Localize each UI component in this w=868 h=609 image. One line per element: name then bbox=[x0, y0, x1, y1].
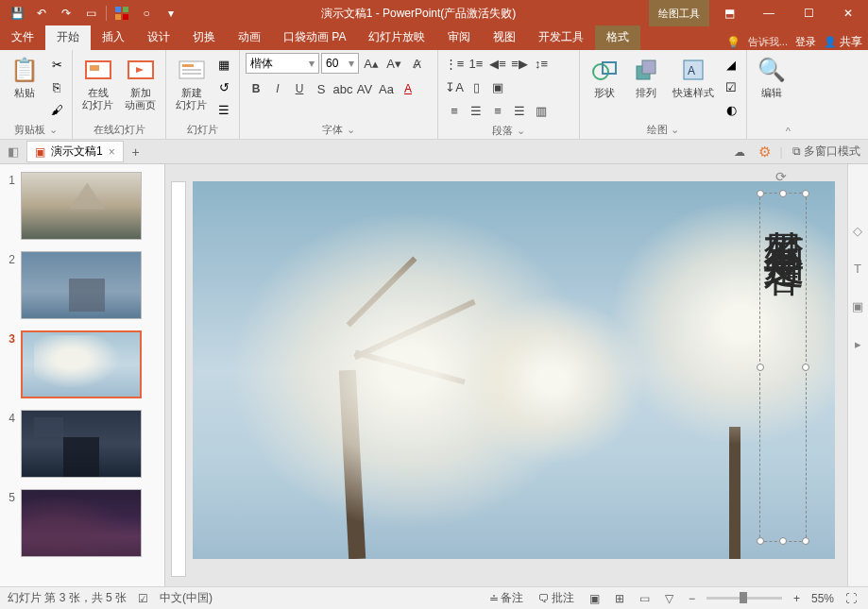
tell-me[interactable]: 告诉我... bbox=[748, 35, 788, 49]
quick-style-button[interactable]: A 快速样式 bbox=[669, 53, 718, 122]
shape-effects-icon[interactable]: ◐ bbox=[722, 101, 740, 120]
minimize-icon[interactable]: — bbox=[749, 0, 789, 26]
shadow-icon[interactable]: abc bbox=[332, 78, 353, 99]
resize-handle[interactable] bbox=[802, 190, 809, 197]
shapes-button[interactable]: 形状 bbox=[586, 53, 623, 122]
columns-icon[interactable]: ▥ bbox=[531, 100, 552, 121]
paragraph-group[interactable]: 段落 bbox=[444, 123, 573, 139]
thumbnail-3[interactable]: 3 bbox=[4, 330, 161, 398]
maximize-icon[interactable]: ☐ bbox=[789, 0, 828, 26]
resize-handle[interactable] bbox=[802, 537, 809, 545]
comments-button[interactable]: 🗨 批注 bbox=[535, 590, 578, 606]
align-left-icon[interactable]: ≡ bbox=[444, 100, 465, 121]
menu-home[interactable]: 开始 bbox=[45, 25, 91, 50]
smartart-icon[interactable]: ▣ bbox=[487, 76, 508, 97]
numbering-icon[interactable]: 1≡ bbox=[466, 53, 486, 74]
cut-icon[interactable]: ✂ bbox=[47, 55, 66, 74]
fit-window-icon[interactable]: ⛶ bbox=[842, 592, 860, 605]
menu-animation[interactable]: 动画 bbox=[227, 25, 272, 50]
menu-slideshow[interactable]: 幻灯片放映 bbox=[357, 25, 436, 50]
add-tab-icon[interactable]: + bbox=[128, 144, 145, 161]
underline-icon[interactable]: U bbox=[289, 78, 310, 99]
bullets-icon[interactable]: ⋮≡ bbox=[444, 53, 465, 74]
edit-button[interactable]: 🔍 编辑 bbox=[753, 53, 791, 125]
format-painter-icon[interactable]: 🖌 bbox=[47, 101, 66, 120]
menu-format[interactable]: 格式 bbox=[595, 25, 640, 50]
slide-counter[interactable]: 幻灯片 第 3 张，共 5 张 bbox=[8, 590, 127, 606]
align-center-icon[interactable]: ☰ bbox=[466, 100, 486, 121]
menu-view[interactable]: 视图 bbox=[482, 25, 527, 50]
language-label[interactable]: 中文(中国) bbox=[160, 590, 213, 606]
new-slide-button[interactable]: 新建 幻灯片 bbox=[172, 53, 211, 122]
sp-collapse-icon[interactable]: ▸ bbox=[848, 334, 867, 353]
section-icon[interactable]: ☰ bbox=[214, 101, 233, 120]
ribbon-collapse-icon[interactable]: ^ bbox=[753, 125, 791, 138]
share-button[interactable]: 👤 共享 bbox=[824, 34, 862, 50]
align-right-icon[interactable]: ≡ bbox=[487, 100, 508, 121]
resize-handle[interactable] bbox=[757, 537, 764, 545]
zoom-slider[interactable] bbox=[706, 597, 782, 600]
new-anim-button[interactable]: 新加 动画页 bbox=[121, 53, 160, 122]
menu-design[interactable]: 设计 bbox=[136, 25, 181, 50]
menu-transition[interactable]: 切换 bbox=[181, 25, 227, 50]
align-text-icon[interactable]: ▯ bbox=[466, 76, 486, 97]
zoom-level[interactable]: 55% bbox=[811, 592, 834, 605]
text-box[interactable]: ⟳ 梦里不知身是客 bbox=[759, 193, 807, 542]
circle-icon[interactable]: ○ bbox=[135, 2, 158, 25]
clipboard-group-label[interactable]: 剪贴板 bbox=[6, 122, 66, 138]
font-size-input[interactable]: 60▾ bbox=[321, 53, 359, 74]
strikethrough-icon[interactable]: S bbox=[311, 78, 332, 99]
redo-icon[interactable]: ↷ bbox=[55, 2, 77, 25]
thumbnail-2[interactable]: 2 bbox=[4, 251, 161, 319]
slideshow-from-start-icon[interactable]: ▭ bbox=[79, 2, 102, 25]
line-spacing-icon[interactable]: ↕≡ bbox=[531, 53, 552, 74]
sp-format-icon[interactable]: ◇ bbox=[848, 221, 867, 240]
thumbnail-5[interactable]: 5 bbox=[4, 489, 161, 557]
resize-handle[interactable] bbox=[757, 364, 764, 371]
sp-textbox-icon[interactable]: T bbox=[848, 259, 867, 278]
multi-window-button[interactable]: ⧉ 多窗口模式 bbox=[789, 142, 864, 161]
clear-format-icon[interactable]: A̷ bbox=[406, 53, 427, 74]
slideshow-view-icon[interactable]: ▽ bbox=[661, 592, 677, 605]
login-button[interactable]: 登录 bbox=[795, 35, 816, 49]
spell-check-icon[interactable]: ☑ bbox=[138, 592, 148, 605]
dropdown-icon[interactable]: ▾ bbox=[160, 2, 182, 25]
resize-handle[interactable] bbox=[779, 190, 787, 197]
bold-icon[interactable]: B bbox=[246, 78, 266, 99]
menu-pocket[interactable]: 口袋动画 PA bbox=[272, 25, 357, 50]
draw-group[interactable]: 绘图 bbox=[586, 122, 740, 138]
close-tab-icon[interactable]: × bbox=[109, 145, 115, 159]
app-switcher-icon[interactable] bbox=[111, 2, 133, 25]
change-case-icon[interactable]: Aa bbox=[376, 78, 397, 99]
rotate-handle-icon[interactable]: ⟳ bbox=[775, 169, 791, 184]
zoom-in-icon[interactable]: + bbox=[790, 592, 804, 605]
increase-font-icon[interactable]: A▴ bbox=[361, 53, 382, 74]
char-spacing-icon[interactable]: AV bbox=[354, 78, 375, 99]
slide-text[interactable]: 梦里不知身是客 bbox=[759, 197, 808, 224]
font-color-icon[interactable]: A bbox=[398, 78, 418, 99]
font-group[interactable]: 字体 bbox=[246, 122, 432, 138]
ribbon-options-icon[interactable]: ⬒ bbox=[709, 0, 749, 26]
thumbnail-panel[interactable]: 1 2 3 4 5 bbox=[0, 164, 165, 586]
resize-handle[interactable] bbox=[757, 190, 764, 197]
decrease-font-icon[interactable]: A▾ bbox=[383, 53, 404, 74]
sp-image-icon[interactable]: ▣ bbox=[848, 296, 867, 315]
indent-dec-icon[interactable]: ◀≡ bbox=[487, 53, 508, 74]
sorter-view-icon[interactable]: ⊞ bbox=[611, 592, 628, 605]
normal-view-icon[interactable]: ▣ bbox=[586, 592, 604, 605]
indent-inc-icon[interactable]: ≡▶ bbox=[509, 53, 530, 74]
resize-handle[interactable] bbox=[802, 364, 809, 371]
arrange-button[interactable]: 排列 bbox=[627, 53, 665, 122]
layout-icon[interactable]: ▦ bbox=[214, 55, 233, 74]
thumbnail-4[interactable]: 4 bbox=[4, 410, 161, 478]
menu-developer[interactable]: 开发工具 bbox=[527, 25, 595, 50]
document-tab[interactable]: ▣ 演示文稿1 × bbox=[26, 141, 124, 162]
menu-review[interactable]: 审阅 bbox=[436, 25, 482, 50]
undo-icon[interactable]: ↶ bbox=[30, 2, 53, 25]
resize-handle[interactable] bbox=[779, 537, 787, 545]
font-name-input[interactable]: 楷体▾ bbox=[246, 53, 319, 74]
reset-icon[interactable]: ↺ bbox=[214, 77, 233, 96]
reading-view-icon[interactable]: ▭ bbox=[636, 592, 654, 605]
slide-canvas[interactable]: ⟳ 梦里不知身是客 bbox=[165, 164, 847, 586]
shape-fill-icon[interactable]: ◢ bbox=[722, 55, 740, 74]
